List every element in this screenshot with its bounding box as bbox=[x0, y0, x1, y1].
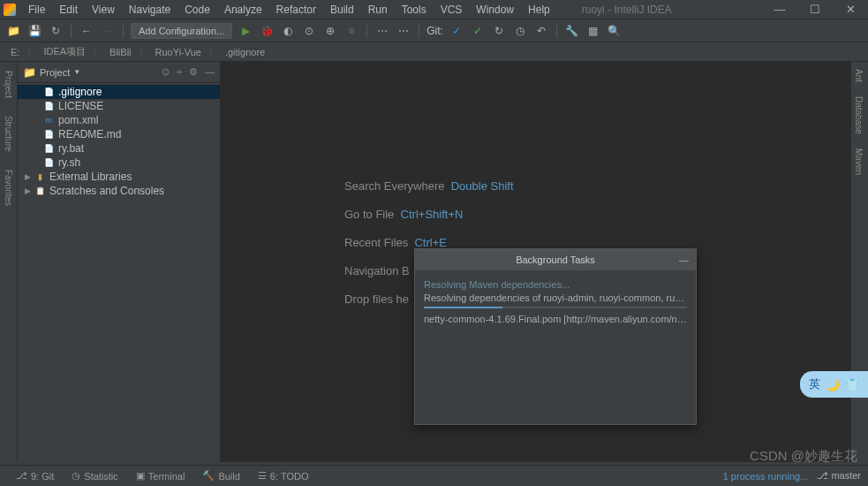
status-todo[interactable]: ☰6: TODO bbox=[249, 470, 318, 482]
chevron-down-icon[interactable]: ▼ bbox=[73, 68, 80, 76]
git-pull-icon[interactable]: ✓ bbox=[449, 23, 464, 39]
stop-icon[interactable]: ■ bbox=[343, 23, 359, 39]
close-icon[interactable]: ✕ bbox=[833, 3, 868, 16]
menu-edit[interactable]: Edit bbox=[52, 4, 85, 16]
coverage-icon[interactable]: ◐ bbox=[280, 23, 296, 39]
breadcrumb-item[interactable]: E: bbox=[7, 47, 23, 57]
collapse-icon[interactable]: ÷ bbox=[177, 66, 182, 78]
tree-item-license[interactable]: 📄LICENSE bbox=[18, 99, 220, 113]
menu-refactor[interactable]: Refactor bbox=[269, 4, 323, 16]
breadcrumb: E:〉 IDEA项目〉 BliBli〉 RuoYi-Vue〉 .gitignor… bbox=[0, 42, 868, 62]
maven-icon: m bbox=[42, 114, 55, 126]
chart-icon: ◷ bbox=[72, 470, 80, 482]
git-push-icon[interactable]: ↻ bbox=[491, 23, 507, 39]
attach-icon[interactable]: ⊕ bbox=[322, 23, 338, 39]
target-icon[interactable]: ⊙ bbox=[162, 66, 170, 78]
refresh-icon[interactable]: ↻ bbox=[48, 23, 64, 39]
shirt-icon: 👕 bbox=[845, 378, 859, 391]
git-commit-icon[interactable]: ✓ bbox=[470, 23, 486, 39]
progress-bar bbox=[424, 307, 687, 308]
sidebar-title[interactable]: Project bbox=[40, 67, 70, 78]
run-config-dropdown[interactable]: Add Configuration... bbox=[131, 23, 232, 39]
task-name: Resolving Maven dependencies... bbox=[424, 279, 687, 290]
folder-icon: 📁 bbox=[23, 66, 36, 79]
popup-header[interactable]: Background Tasks — bbox=[415, 249, 696, 270]
minimize-panel-icon[interactable]: — bbox=[205, 66, 215, 78]
back-icon[interactable]: ← bbox=[79, 23, 94, 39]
gear-icon[interactable]: ⚙ bbox=[189, 66, 198, 78]
debug-icon[interactable]: 🐞 bbox=[259, 23, 275, 39]
tree-item-scratches[interactable]: ▶📋Scratches and Consoles bbox=[18, 184, 220, 198]
git-label: Git: bbox=[426, 25, 443, 37]
todo-icon: ☰ bbox=[258, 470, 267, 482]
status-git[interactable]: ⎇9: Git bbox=[7, 470, 63, 482]
git-revert-icon[interactable]: ↶ bbox=[533, 23, 549, 39]
tree-item-rybat[interactable]: 📄ry.bat bbox=[18, 141, 220, 156]
task-detail-2: netty-common-4.1.69.Final.pom [http://ma… bbox=[424, 314, 687, 324]
minimize-icon[interactable]: — bbox=[762, 3, 797, 16]
save-icon[interactable]: 💾 bbox=[26, 23, 42, 39]
maximize-icon[interactable]: ☐ bbox=[797, 3, 833, 16]
menubar: File Edit View Navigate Code Analyze Ref… bbox=[0, 0, 868, 19]
project-tree: 📄.gitignore 📄LICENSE mpom.xml 📄README.md… bbox=[18, 83, 220, 200]
scratch-icon: 📋 bbox=[34, 185, 46, 197]
menu-vcs[interactable]: VCS bbox=[434, 4, 470, 16]
menu-code[interactable]: Code bbox=[177, 4, 217, 16]
hammer-icon: 🔨 bbox=[202, 470, 215, 482]
file-icon: 📄 bbox=[42, 156, 55, 169]
status-build[interactable]: 🔨Build bbox=[193, 470, 248, 482]
right-tab-maven[interactable]: Maven bbox=[851, 141, 866, 182]
open-icon[interactable]: 📁 bbox=[5, 23, 21, 39]
extra2-icon[interactable]: ⋯ bbox=[396, 23, 411, 39]
toolbar: 📁 💾 ↻ ← → Add Configuration... ▶ 🐞 ◐ ⊙ ⊕… bbox=[0, 19, 868, 42]
breadcrumb-item[interactable]: BliBli bbox=[106, 47, 134, 57]
background-tasks-popup: Background Tasks — Resolving Maven depen… bbox=[414, 248, 697, 425]
menu-build[interactable]: Build bbox=[323, 4, 361, 16]
breadcrumb-item[interactable]: IDEA项目 bbox=[40, 45, 89, 58]
menu-file[interactable]: File bbox=[21, 4, 52, 16]
profile-icon[interactable]: ⊙ bbox=[301, 23, 317, 39]
run-icon[interactable]: ▶ bbox=[238, 23, 253, 39]
menu-navigate[interactable]: Navigate bbox=[122, 4, 177, 16]
right-toolbar: Ant Database Maven bbox=[850, 62, 868, 462]
project-sidebar: 📁 Project ▼ ⊙ ÷ ⚙ — 📄.gitignore 📄LICENSE… bbox=[18, 62, 221, 462]
terminal-icon: ▣ bbox=[136, 470, 145, 482]
watermark: CSDN @妙趣生花 bbox=[750, 448, 857, 465]
status-branch[interactable]: ⎇ master bbox=[808, 470, 861, 482]
status-terminal[interactable]: ▣Terminal bbox=[127, 470, 194, 482]
menu-tools[interactable]: Tools bbox=[395, 4, 434, 16]
popup-minimize-icon[interactable]: — bbox=[679, 254, 689, 265]
breadcrumb-item[interactable]: RuoYi-Vue bbox=[152, 47, 205, 57]
left-tab-favorites[interactable]: Favorites bbox=[4, 164, 13, 211]
file-icon: 📄 bbox=[42, 142, 55, 155]
menu-analyze[interactable]: Analyze bbox=[217, 4, 269, 16]
app-logo-icon bbox=[4, 4, 16, 16]
tree-item-pom[interactable]: mpom.xml bbox=[18, 113, 220, 127]
structure-icon[interactable]: ▦ bbox=[585, 23, 601, 39]
status-processes[interactable]: 1 process running... bbox=[723, 471, 809, 482]
right-tab-ant[interactable]: Ant bbox=[851, 62, 866, 89]
menu-view[interactable]: View bbox=[85, 4, 122, 16]
forward-icon[interactable]: → bbox=[100, 23, 116, 39]
tree-item-gitignore[interactable]: 📄.gitignore bbox=[18, 85, 220, 99]
left-toolbar: Project Structure Favorites bbox=[0, 62, 18, 462]
search-icon[interactable]: 🔍 bbox=[607, 23, 623, 39]
breadcrumb-item[interactable]: .gitignore bbox=[222, 47, 268, 57]
window-title: ruoyi - IntelliJ IDEA bbox=[575, 4, 679, 16]
tree-item-extlib[interactable]: ▶▮External Libraries bbox=[18, 170, 220, 184]
left-tab-project[interactable]: Project bbox=[4, 65, 13, 103]
extra1-icon[interactable]: ⋯ bbox=[374, 23, 390, 39]
ime-bar[interactable]: 英🌙👕 bbox=[800, 371, 868, 398]
menu-help[interactable]: Help bbox=[521, 4, 557, 16]
git-history-icon[interactable]: ◷ bbox=[512, 23, 528, 39]
menu-window[interactable]: Window bbox=[469, 4, 521, 16]
git-icon: ⎇ bbox=[16, 470, 27, 482]
library-icon: ▮ bbox=[34, 171, 46, 183]
menu-run[interactable]: Run bbox=[361, 4, 395, 16]
tree-item-rysh[interactable]: 📄ry.sh bbox=[18, 156, 220, 170]
status-statistic[interactable]: ◷Statistic bbox=[63, 470, 127, 482]
left-tab-structure[interactable]: Structure bbox=[4, 110, 13, 157]
tree-item-readme[interactable]: 📄README.md bbox=[18, 127, 220, 141]
settings-icon[interactable]: 🔧 bbox=[564, 23, 580, 39]
right-tab-database[interactable]: Database bbox=[851, 89, 866, 141]
